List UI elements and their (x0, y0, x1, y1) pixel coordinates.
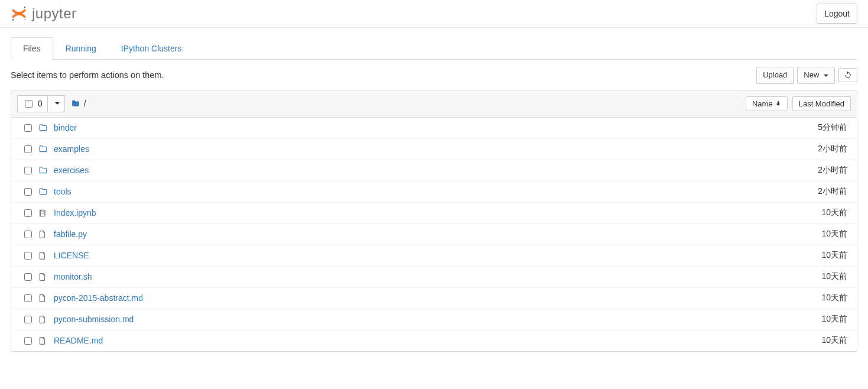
row-modified: 10天前 (756, 335, 851, 346)
row-modified: 10天前 (756, 271, 851, 282)
row-name-cell: exercises (51, 166, 756, 175)
upload-button[interactable]: Upload (756, 67, 794, 84)
name-col-label: Name (752, 99, 773, 108)
row-checkbox[interactable] (24, 316, 32, 323)
row-checkbox-cell (17, 186, 38, 197)
svg-point-0 (24, 7, 25, 8)
row-modified: 10天前 (756, 250, 851, 261)
item-link[interactable]: monitor.sh (54, 272, 92, 281)
file-row: fabfile.py10天前 (11, 223, 857, 245)
select-all-dropdown[interactable] (47, 96, 64, 112)
row-checkbox[interactable] (24, 294, 32, 302)
row-type-icon (38, 187, 51, 196)
tab-files[interactable]: Files (11, 37, 53, 60)
folder-icon (38, 166, 48, 174)
file-row: binder5分钟前 (11, 118, 857, 138)
file-row: pycon-2015-abstract.md10天前 (11, 287, 857, 309)
item-link[interactable]: fabfile.py (54, 229, 87, 239)
file-icon (38, 230, 47, 239)
item-link[interactable]: LICENSE (54, 251, 89, 260)
file-row: LICENSE10天前 (11, 245, 857, 266)
sort-by-name-button[interactable]: Name (746, 96, 788, 111)
row-checkbox[interactable] (24, 337, 32, 345)
breadcrumb: / (71, 99, 86, 108)
file-icon (38, 294, 47, 303)
file-icon (38, 336, 47, 345)
new-dropdown-button[interactable]: New (797, 67, 835, 84)
notebook-icon (38, 209, 47, 218)
row-checkbox-cell (17, 314, 38, 325)
row-checkbox[interactable] (24, 252, 32, 260)
tab-clusters[interactable]: IPython Clusters (109, 37, 194, 60)
row-name-cell: examples (51, 144, 756, 154)
row-checkbox-cell (17, 335, 38, 346)
refresh-button[interactable] (838, 68, 857, 82)
row-checkbox[interactable] (24, 188, 32, 196)
sort-by-modified-button[interactable]: Last Modified (792, 96, 851, 111)
item-link[interactable]: binder (54, 123, 77, 132)
row-checkbox-cell (17, 122, 38, 134)
tab-running[interactable]: Running (53, 37, 109, 60)
row-checkbox[interactable] (24, 273, 32, 281)
item-link[interactable]: README.md (54, 336, 103, 345)
row-checkbox[interactable] (24, 124, 32, 132)
file-row: exercises2小时前 (11, 160, 857, 181)
row-type-icon (38, 273, 51, 281)
row-name-cell: pycon-submission.md (51, 315, 756, 324)
file-row: README.md10天前 (11, 330, 857, 351)
row-checkbox-cell (17, 293, 38, 304)
row-name-cell: README.md (51, 336, 756, 345)
row-name-cell: fabfile.py (51, 229, 756, 239)
row-type-icon (38, 336, 51, 345)
modified-col-label: Last Modified (799, 99, 844, 108)
chevron-down-icon (824, 74, 828, 77)
jupyter-logo[interactable]: jupyter (11, 5, 77, 22)
row-checkbox[interactable] (24, 209, 32, 217)
row-modified: 2小时前 (756, 186, 851, 197)
jupyter-logo-icon (11, 5, 27, 22)
row-checkbox[interactable] (24, 167, 32, 174)
row-type-icon (38, 251, 51, 260)
row-name-cell: binder (51, 123, 756, 132)
row-checkbox-cell (17, 144, 38, 155)
file-row: pycon-submission.md10天前 (11, 309, 857, 330)
item-link[interactable]: pycon-2015-abstract.md (54, 293, 143, 303)
selected-count: 0 (38, 99, 43, 108)
row-type-icon (38, 230, 51, 239)
row-checkbox-cell (17, 165, 38, 176)
row-checkbox[interactable] (24, 231, 32, 238)
row-modified: 5分钟前 (756, 122, 851, 133)
item-link[interactable]: Index.ipynb (54, 208, 96, 218)
row-checkbox-cell (17, 229, 38, 240)
row-checkbox-cell (17, 208, 38, 219)
item-link[interactable]: exercises (54, 166, 89, 175)
item-link[interactable]: tools (54, 187, 71, 196)
selection-hint: Select items to perform actions on them. (11, 70, 164, 80)
breadcrumb-root: / (84, 99, 86, 108)
row-modified: 10天前 (756, 314, 851, 325)
file-icon (38, 315, 47, 324)
folder-icon[interactable] (71, 99, 80, 108)
row-checkbox[interactable] (24, 145, 32, 153)
chevron-down-icon (55, 102, 60, 105)
row-name-cell: LICENSE (51, 251, 756, 260)
refresh-icon (844, 71, 852, 79)
folder-icon (38, 124, 48, 132)
row-type-icon (38, 209, 51, 218)
action-row: Select items to perform actions on them.… (11, 60, 857, 90)
row-name-cell: tools (51, 187, 756, 196)
file-row: monitor.sh10天前 (11, 266, 857, 287)
row-checkbox-cell (17, 250, 38, 261)
select-all-input[interactable] (25, 100, 32, 108)
item-link[interactable]: examples (54, 144, 89, 154)
file-list-header: 0 / Name (11, 90, 857, 118)
logout-button[interactable]: Logout (817, 4, 857, 24)
item-link[interactable]: pycon-submission.md (54, 315, 134, 324)
row-type-icon (38, 294, 51, 303)
select-all-checkbox[interactable]: 0 (18, 96, 47, 112)
row-modified: 10天前 (756, 229, 851, 239)
file-row: Index.ipynb10天前 (11, 202, 857, 223)
file-list: 0 / Name (11, 90, 857, 352)
file-row: tools2小时前 (11, 181, 857, 202)
row-type-icon (38, 145, 51, 153)
